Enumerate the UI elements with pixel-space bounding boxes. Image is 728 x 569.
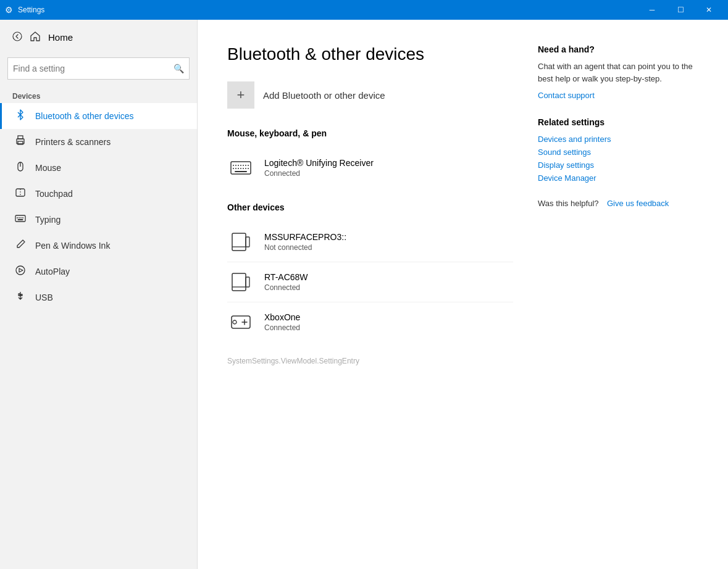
search-input[interactable] (13, 64, 174, 73)
content-left: Bluetooth & other devices + Add Bluetoot… (227, 44, 513, 544)
add-device-button[interactable]: + Add Bluetooth or other device (227, 81, 385, 109)
add-device-plus-icon: + (227, 81, 254, 109)
sidebar-bluetooth-label: Bluetooth & other devices (35, 111, 134, 121)
surface-name: MSSURFACEPRO3:: (264, 232, 346, 242)
surface-device-icon (227, 228, 254, 255)
home-icon (30, 31, 41, 44)
back-icon (12, 31, 22, 43)
surface-status: Not connected (264, 243, 346, 252)
svg-rect-2 (18, 136, 23, 139)
xbox-status: Connected (264, 323, 300, 332)
titlebar-title: Settings (18, 6, 44, 14)
display-settings-link[interactable]: Display settings (538, 160, 698, 170)
sidebar-printers-label: Printers & scanners (35, 137, 111, 147)
app-layout: Home 🔍 Devices Bluetooth & other devices (0, 20, 728, 569)
minimize-button[interactable]: ─ (638, 0, 666, 20)
sidebar-pen-label: Pen & Windows Ink (35, 241, 110, 251)
related-settings-title: Related settings (538, 117, 698, 127)
mouse-keyboard-pen-section-title: Mouse, keyboard, & pen (227, 128, 513, 138)
router-device-icon (227, 268, 254, 296)
logitech-info: Logitech® Unifying Receiver Connected (264, 158, 374, 178)
sidebar-item-usb[interactable]: USB (0, 284, 197, 310)
router-info: RT-AC68W Connected (264, 272, 308, 292)
sidebar-usb-label: USB (35, 293, 53, 302)
close-button[interactable]: ✕ (695, 0, 723, 20)
other-devices-section: Other devices MSSURFACEPRO3:: Not connec… (227, 202, 513, 342)
sidebar: Home 🔍 Devices Bluetooth & other devices (0, 20, 198, 569)
xbox-device-icon (227, 309, 254, 336)
main-content: Bluetooth & other devices + Add Bluetoot… (198, 20, 728, 569)
system-settings-entry: SystemSettings.ViewModel.SettingEntry (227, 357, 513, 365)
titlebar-controls: ─ ☐ ✕ (638, 0, 723, 20)
search-icon: 🔍 (174, 64, 184, 73)
sidebar-section-label: Devices (0, 87, 197, 103)
devices-printers-link[interactable]: Devices and printers (538, 135, 698, 144)
svg-rect-34 (246, 237, 249, 247)
helpful-text: Was this helpful? (538, 199, 599, 208)
sidebar-item-printers[interactable]: Printers & scanners (0, 129, 197, 155)
usb-icon (14, 291, 27, 304)
mouse-icon (14, 161, 27, 175)
device-item-logitech[interactable]: Logitech® Unifying Receiver Connected (227, 148, 513, 188)
related-settings-section: Related settings Devices and printers So… (538, 117, 698, 183)
sidebar-item-pen[interactable]: Pen & Windows Ink (0, 233, 197, 259)
svg-point-39 (233, 320, 236, 324)
right-panel: Need a hand? Chat with an agent that can… (538, 44, 698, 544)
sidebar-item-touchpad[interactable]: Touchpad (0, 181, 197, 207)
sidebar-home-item[interactable]: Home (0, 20, 197, 55)
give-feedback-link[interactable]: Give us feedback (607, 199, 669, 208)
svg-rect-35 (232, 273, 246, 291)
titlebar: ⚙ Settings ─ ☐ ✕ (0, 0, 728, 20)
sidebar-item-autoplay[interactable]: AutoPlay (0, 259, 197, 284)
device-item-router[interactable]: RT-AC68W Connected (227, 262, 513, 302)
pen-icon (14, 239, 27, 252)
sidebar-item-bluetooth[interactable]: Bluetooth & other devices (0, 103, 197, 129)
helpful-section: Was this helpful? Give us feedback (538, 197, 698, 209)
titlebar-left: ⚙ Settings (5, 5, 44, 15)
maximize-button[interactable]: ☐ (666, 0, 695, 20)
other-devices-title: Other devices (227, 202, 513, 212)
sidebar-autoplay-label: AutoPlay (35, 267, 70, 276)
router-name: RT-AC68W (264, 272, 308, 282)
typing-icon (14, 213, 27, 226)
search-box[interactable]: 🔍 (7, 57, 190, 80)
sidebar-touchpad-label: Touchpad (35, 189, 73, 199)
router-status: Connected (264, 283, 308, 292)
home-label: Home (48, 32, 73, 43)
sound-settings-link[interactable]: Sound settings (538, 147, 698, 157)
svg-point-0 (13, 32, 22, 41)
contact-support-link[interactable]: Contact support (538, 91, 698, 100)
need-hand-title: Need a hand? (538, 44, 698, 54)
xbox-name: XboxOne (264, 312, 300, 322)
settings-app-icon: ⚙ (5, 5, 13, 15)
page-title: Bluetooth & other devices (227, 44, 513, 64)
surface-info: MSSURFACEPRO3:: Not connected (264, 232, 346, 252)
mouse-keyboard-pen-section: Mouse, keyboard, & pen (227, 128, 513, 188)
sidebar-typing-label: Typing (35, 215, 61, 225)
sidebar-item-mouse[interactable]: Mouse (0, 155, 197, 181)
add-device-label: Add Bluetooth or other device (263, 90, 385, 101)
need-hand-desc: Chat with an agent that can point you to… (538, 60, 698, 85)
sidebar-mouse-label: Mouse (35, 163, 61, 173)
svg-rect-32 (232, 233, 246, 251)
printer-icon (14, 135, 27, 149)
keyboard-device-icon (227, 154, 254, 181)
device-item-xbox[interactable]: XboxOne Connected (227, 302, 513, 342)
svg-marker-15 (19, 268, 23, 272)
svg-rect-37 (246, 277, 249, 287)
xbox-info: XboxOne Connected (264, 312, 300, 332)
device-manager-link[interactable]: Device Manager (538, 173, 698, 183)
touchpad-icon (14, 187, 27, 201)
logitech-name: Logitech® Unifying Receiver (264, 158, 374, 168)
sidebar-item-typing[interactable]: Typing (0, 207, 197, 233)
logitech-status: Connected (264, 169, 374, 178)
svg-point-14 (16, 266, 25, 275)
device-item-surface[interactable]: MSSURFACEPRO3:: Not connected (227, 222, 513, 262)
svg-rect-8 (15, 215, 25, 222)
autoplay-icon (14, 265, 27, 278)
bluetooth-icon (14, 109, 27, 123)
